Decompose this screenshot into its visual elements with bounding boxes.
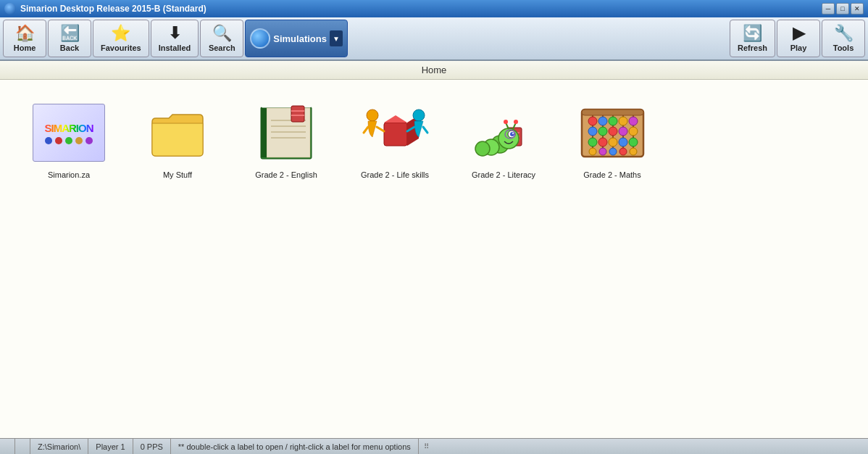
globe-icon (250, 28, 270, 49)
title-bar-left: Simarion Desktop Release 2015-B (Standar… (4, 3, 206, 15)
dropdown-arrow-icon[interactable]: ▼ (330, 30, 343, 46)
maximize-button[interactable]: □ (836, 3, 849, 15)
back-label: Back (60, 44, 79, 52)
svg-point-53 (599, 148, 606, 155)
svg-line-13 (423, 127, 427, 133)
play-label: Play (790, 44, 807, 52)
svg-point-45 (619, 127, 627, 136)
home-icon: 🏠 (15, 25, 35, 41)
back-button[interactable]: 🔙 Back (48, 20, 91, 57)
svg-line-10 (364, 127, 368, 133)
svg-point-40 (619, 117, 627, 125)
list-item[interactable]: My Stuff (130, 94, 225, 186)
item-label: Simarion.za (48, 170, 90, 180)
svg-point-37 (588, 117, 597, 125)
title-bar: Simarion Desktop Release 2015-B (Standar… (0, 0, 868, 17)
close-button[interactable]: ✕ (851, 3, 864, 15)
search-button[interactable]: 🔍 Search (200, 20, 243, 57)
favourites-label: Favourites (101, 44, 141, 52)
item-label: Grade 2 - English (255, 170, 317, 180)
status-text-5: 0 PPS (141, 442, 163, 451)
status-text-4: Player 1 (96, 442, 125, 451)
status-player: Player 1 (88, 439, 133, 454)
status-bar: Z:\Simarion\ Player 1 0 PPS ** double-cl… (0, 438, 868, 454)
item-label: Grade 2 - Maths (583, 170, 640, 180)
home-label: Home (14, 44, 36, 52)
installed-label: Installed (159, 44, 191, 52)
status-segment-1 (0, 439, 15, 454)
svg-point-55 (619, 148, 627, 155)
title-bar-buttons[interactable]: ─ □ ✕ (822, 3, 864, 15)
simarion-icon: SIMARION (33, 100, 105, 165)
main-content: SIMARION Simarion.za (0, 80, 868, 438)
svg-point-24 (512, 133, 514, 134)
resize-grip[interactable]: ⠿ (419, 439, 430, 454)
breadcrumb: Home (0, 61, 868, 80)
refresh-label: Refresh (738, 44, 767, 52)
mystuff-icon (141, 100, 214, 165)
breadcrumb-text: Home (422, 65, 447, 75)
svg-rect-7 (384, 123, 407, 146)
literacy-icon (467, 100, 540, 165)
svg-point-42 (588, 127, 597, 136)
favourites-button[interactable]: ⭐ Favourites (93, 20, 149, 57)
svg-point-41 (629, 117, 638, 125)
favourites-icon: ⭐ (111, 25, 130, 41)
item-label: Grade 2 - Life skills (361, 170, 429, 180)
item-label: My Stuff (163, 170, 192, 180)
search-icon: 🔍 (212, 25, 232, 41)
svg-point-8 (367, 110, 378, 121)
window-title: Simarion Desktop Release 2015-B (Standar… (20, 4, 206, 14)
simulations-button[interactable]: Simulations ▼ (245, 20, 348, 57)
svg-point-51 (629, 138, 638, 146)
lifeskills-icon (359, 100, 431, 165)
svg-point-50 (619, 138, 627, 146)
tools-label: Tools (833, 44, 854, 52)
svg-line-9 (377, 127, 384, 131)
play-icon: ▶ (793, 25, 805, 41)
svg-point-43 (598, 127, 607, 136)
status-path: Z:\Simarion\ (30, 439, 88, 454)
svg-point-54 (609, 148, 617, 155)
back-icon: 🔙 (60, 25, 80, 41)
status-text-6: ** double-click a label to open / right-… (178, 442, 411, 451)
minimize-button[interactable]: ─ (822, 3, 835, 15)
status-text-3: Z:\Simarion\ (38, 442, 80, 451)
svg-point-46 (629, 127, 638, 136)
list-item[interactable]: SIMARION Simarion.za (22, 94, 116, 186)
svg-point-48 (598, 138, 607, 146)
svg-point-39 (609, 117, 617, 125)
status-hint: ** double-click a label to open / right-… (171, 439, 419, 454)
toolbar: 🏠 Home 🔙 Back ⭐ Favourites ⬇ Installed 🔍… (0, 17, 868, 61)
list-item[interactable]: Grade 2 - English (239, 94, 333, 186)
svg-point-49 (609, 138, 617, 146)
tools-button[interactable]: 🔧 Tools (822, 20, 865, 57)
svg-point-52 (589, 148, 596, 155)
maths-icon (576, 100, 648, 165)
app-icon (4, 3, 16, 15)
svg-point-27 (504, 120, 508, 124)
status-pps: 0 PPS (133, 439, 171, 454)
svg-rect-4 (291, 106, 304, 122)
item-label: Grade 2 - Literacy (472, 170, 535, 180)
installed-icon: ⬇ (168, 25, 181, 41)
svg-point-44 (609, 127, 617, 136)
svg-point-29 (514, 120, 518, 124)
english-icon (250, 100, 322, 165)
list-item[interactable]: Grade 2 - Maths (565, 94, 659, 186)
play-button[interactable]: ▶ Play (777, 20, 820, 57)
home-button[interactable]: 🏠 Home (3, 20, 46, 57)
items-grid: SIMARION Simarion.za (22, 94, 846, 186)
svg-point-20 (475, 141, 490, 156)
installed-button[interactable]: ⬇ Installed (151, 20, 199, 57)
svg-rect-31 (582, 110, 643, 115)
simulations-label: Simulations (273, 33, 327, 44)
refresh-button[interactable]: 🔄 Refresh (730, 20, 775, 57)
svg-point-47 (588, 138, 597, 146)
refresh-icon: 🔄 (743, 25, 762, 41)
search-label: Search (209, 44, 235, 52)
status-segment-2 (15, 439, 30, 454)
list-item[interactable]: Grade 2 - Life skills (348, 94, 442, 186)
svg-point-11 (413, 110, 425, 121)
list-item[interactable]: Grade 2 - Literacy (456, 94, 551, 186)
